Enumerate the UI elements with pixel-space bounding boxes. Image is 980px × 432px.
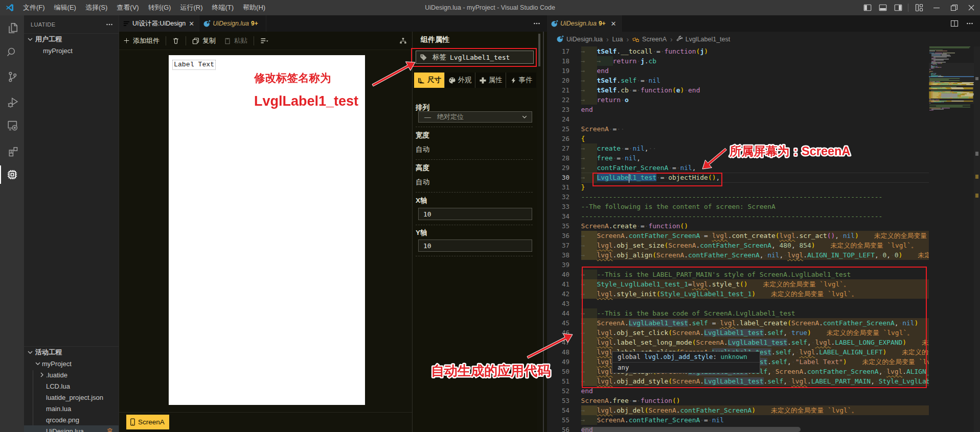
menu-item-6[interactable]: 终端(T) [207, 0, 238, 15]
tree-item-luatide_project.json[interactable]: luatide_project.json [24, 392, 119, 403]
code-text: →free·=·nil, [581, 153, 641, 163]
annotation-box-tag [411, 48, 537, 67]
line-number: 25 [547, 124, 569, 134]
tree-item-label: main.lua [46, 405, 71, 413]
tab-UI设计器:UiDesign[interactable]: UI设计器:UiDesign✕ [119, 15, 199, 32]
restore-icon[interactable] [945, 0, 963, 15]
close-icon[interactable]: ✕ [610, 20, 618, 28]
activitybar-luatide-chip-icon[interactable] [0, 162, 24, 187]
list-icon [260, 37, 269, 44]
line-number: 35 [547, 221, 569, 231]
paste-icon [224, 37, 231, 44]
line-number: 32 [547, 192, 569, 202]
line-number: 22 [547, 95, 569, 105]
line-number: 37 [547, 241, 569, 250]
copy-button[interactable]: 复制 [188, 34, 220, 47]
tree-item-label: UiDesign.lua [46, 427, 84, 432]
code-text: →return·o [581, 95, 629, 105]
component-properties-panel: 组件属性 标签 LvglLabel1_test 尺寸外观属性事件 排列 — 绝对… [412, 32, 537, 432]
activitybar-source-control-icon[interactable] [0, 64, 24, 89]
tree-item-label: myProject [43, 47, 73, 55]
line-number: 20 [547, 76, 569, 85]
tree-section-活动工程[interactable]: 活动工程 [24, 347, 119, 358]
breadcrumb-LvglLabel1_test[interactable]: LvglLabel1_test [676, 36, 731, 43]
props-tab-外观[interactable]: 外观 [445, 73, 475, 88]
minimap-slider[interactable] [929, 63, 974, 104]
breadcrumb-Lua[interactable]: Lua [612, 36, 623, 43]
menu-item-4[interactable]: 转到(G) [144, 0, 176, 15]
activitybar-run-debug-icon[interactable] [0, 89, 24, 113]
props-tab-尺寸[interactable]: 尺寸 [414, 73, 445, 88]
activitybar-search-icon[interactable] [0, 40, 24, 64]
layout-panel-icon[interactable] [875, 0, 891, 15]
layout-sidebar-right-icon[interactable] [891, 0, 906, 15]
menu-item-1[interactable]: 编辑(E) [50, 0, 81, 15]
y-axis-input[interactable]: 10 [418, 239, 532, 252]
props-tab-属性[interactable]: 属性 [475, 73, 506, 88]
screen-tab[interactable]: ScreenA [126, 415, 169, 429]
breadcrumb-ScreenA[interactable]: ScreenA [632, 36, 667, 43]
menu-item-2[interactable]: 选择(S) [81, 0, 112, 15]
menu-item-3[interactable]: 查看(V) [112, 0, 143, 15]
line-number: 44 [547, 308, 569, 318]
tree-item-myProject[interactable]: myProject [24, 45, 119, 56]
sidebar-more-icon[interactable] [105, 20, 113, 29]
arrange-select[interactable]: — 绝对定位 [418, 111, 532, 123]
canvas-label-widget[interactable]: Label Text [172, 60, 216, 70]
close-icon[interactable]: ✕ [188, 20, 195, 28]
vertical-scrollbar[interactable] [974, 46, 980, 432]
tab-UiDesign.lua[interactable]: UiDesign.lua9+ [199, 15, 266, 32]
split-editor-icon[interactable] [950, 19, 959, 28]
code-text: →contFather_ScreenA·=·nil, [581, 163, 696, 173]
menu-item-7[interactable]: 帮助(H) [238, 0, 270, 15]
line-number: 47 [547, 338, 569, 347]
tab-UiDesign.lua[interactable]: UiDesign.lua9+✕ [547, 15, 622, 32]
properties-title: 组件属性 [421, 35, 449, 44]
tree-item-.luatide[interactable]: .luatide [24, 369, 119, 380]
more-actions-icon[interactable] [966, 19, 974, 28]
activitybar-extensions-icon[interactable] [0, 138, 24, 162]
code-line-34: 34--------------------------------------… [547, 211, 929, 221]
tree-section-用户工程[interactable]: 用户工程 [24, 34, 119, 45]
component-list-button[interactable] [256, 34, 273, 47]
menu-item-5[interactable]: 运行(R) [175, 0, 207, 15]
hierarchy-icon[interactable] [399, 37, 407, 44]
tree-item-LCD.lua[interactable]: LCD.lua [24, 380, 119, 392]
dpad-icon [479, 77, 487, 84]
tree-item-myProject[interactable]: myProject [24, 358, 119, 369]
design-canvas[interactable]: Label Text [169, 55, 365, 405]
line-number: 21 [547, 85, 569, 95]
delete-component-button[interactable] [168, 34, 184, 47]
add-component-button[interactable]: 添加组件 [119, 34, 164, 47]
menu-item-0[interactable]: 文件(F) [18, 0, 50, 15]
editor-group-sash[interactable] [543, 32, 544, 432]
line-number: 27 [547, 143, 569, 153]
x-axis-input[interactable]: 10 [418, 208, 532, 220]
copy-label: 复制 [202, 36, 216, 45]
code-line-36: 36→ScreenA.contFather_ScreenA·=·lvgl.con… [547, 231, 929, 241]
trash-icon[interactable] [106, 427, 113, 432]
customize-layout-icon[interactable] [910, 0, 928, 15]
screen-tab-bar: ScreenA [119, 412, 412, 432]
props-tab-事件[interactable]: 事件 [506, 73, 536, 88]
tree-item-main.lua[interactable]: main.lua [24, 403, 119, 414]
line-number: 24 [547, 114, 569, 124]
ruler-icon [417, 77, 425, 84]
close-icon[interactable] [963, 0, 980, 15]
minimap[interactable] [929, 46, 974, 432]
activitybar-explorer-icon[interactable] [0, 15, 24, 40]
code-text: →lvgl.obj_set_size(ScreenA.contFather_Sc… [581, 241, 918, 250]
line-number: 23 [547, 105, 569, 114]
layout-sidebar-left-icon[interactable] [860, 0, 875, 15]
paste-button[interactable]: 粘贴 [220, 34, 252, 47]
activitybar-remote-explorer-icon[interactable] [0, 113, 24, 138]
props-scrollbar-thumb[interactable] [538, 34, 540, 66]
code-text: →tSelf.self·=·nil [581, 76, 660, 85]
more-actions-icon[interactable] [533, 19, 541, 28]
tree-item-UiDesign.lua[interactable]: UiDesign.lua [24, 425, 119, 432]
minimize-icon[interactable] [928, 0, 945, 15]
tree-item-qrcode.png[interactable]: qrcode.png [24, 414, 119, 425]
breadcrumb-UiDesign.lua[interactable]: UiDesign.lua [556, 35, 603, 43]
line-number: 49 [547, 357, 569, 367]
horizontal-scrollbar[interactable] [581, 427, 801, 432]
